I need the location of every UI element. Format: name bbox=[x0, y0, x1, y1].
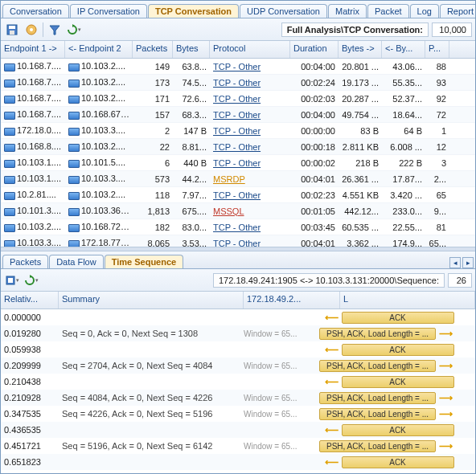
lower-tab-scroll-right[interactable]: ▸ bbox=[462, 257, 474, 268]
seq-row[interactable]: 0.019280Seq = 0, Ack = 0, Next Seq = 130… bbox=[1, 325, 475, 341]
table-row[interactable]: 10.103.3....172.18.77....8,0653.53...TCP… bbox=[1, 235, 475, 247]
table-row[interactable]: 10.101.3....10.103.36....1,813675....MSS… bbox=[1, 203, 475, 219]
export-icon[interactable] bbox=[23, 22, 39, 38]
cell-packets: 2 bbox=[133, 126, 173, 136]
cell-endpoint1: 10.103.1.... bbox=[1, 174, 65, 183]
filter-icon[interactable] bbox=[47, 22, 63, 38]
table-row[interactable]: 10.168.7....10.103.2....14963.8...TCP - … bbox=[1, 59, 475, 75]
table-row[interactable]: 10.168.7....10.103.2....17172.6...TCP - … bbox=[1, 91, 475, 107]
tab-tcp-conversation[interactable]: TCP Conversation bbox=[148, 4, 239, 18]
tab-packet[interactable]: Packet bbox=[367, 4, 409, 18]
cell-pp: 88 bbox=[425, 62, 449, 72]
arrow-left-icon: ⟵ bbox=[322, 376, 342, 387]
lower-tab-time-sequence[interactable]: Time Sequence bbox=[105, 255, 184, 268]
tab-log[interactable]: Log bbox=[410, 4, 439, 18]
tab-conversation[interactable]: Conversation bbox=[2, 4, 69, 18]
tab-ip-conversation[interactable]: IP Conversation bbox=[70, 4, 147, 18]
seq-row[interactable]: 0.436535⟵ACK bbox=[1, 422, 475, 438]
cell-protocol[interactable]: TCP - Other bbox=[210, 158, 290, 168]
lower-refresh-icon[interactable]: ▾ bbox=[23, 272, 39, 288]
table-row[interactable]: 10.168.8....10.103.2....228.81...TCP - O… bbox=[1, 139, 475, 155]
lower-tab-data-flow[interactable]: Data Flow bbox=[49, 255, 104, 268]
seq-row[interactable]: 0.059938⟵ACK bbox=[1, 341, 475, 358]
seq-col-ep[interactable]: 172.18.49.2... bbox=[244, 292, 340, 309]
table-row[interactable]: 172.18.0....10.103.3....2147 BTCP - Othe… bbox=[1, 123, 475, 139]
svg-rect-2 bbox=[10, 31, 14, 35]
arrow-right-icon: ⟶ bbox=[436, 408, 456, 419]
lower-toolbar: ▾ ▾ 172.18.49.241:1905 <-> 10.103.3.131:… bbox=[1, 269, 475, 292]
cell-protocol[interactable]: TCP - Other bbox=[210, 142, 290, 152]
col-packets[interactable]: Packets bbox=[133, 41, 173, 58]
seq-row[interactable]: 0.451721Seq = 5196, Ack = 0, Next Seq = … bbox=[1, 438, 475, 454]
table-row[interactable]: 10.103.1....10.103.3....57344.2...MSRDP0… bbox=[1, 171, 475, 187]
host-icon bbox=[68, 176, 80, 184]
seq-flow: PSH, ACK, Load Length = ...⟶ bbox=[300, 408, 475, 420]
seq-time: 0.059938 bbox=[1, 345, 59, 354]
cell-packets: 6 bbox=[133, 158, 173, 168]
seq-flow: ⟵ACK bbox=[300, 376, 475, 388]
lower-options-icon[interactable]: ▾ bbox=[4, 272, 20, 288]
cell-protocol[interactable]: TCP - Other bbox=[210, 94, 290, 104]
cell-protocol[interactable]: TCP - Other bbox=[210, 78, 290, 88]
seq-row[interactable]: 0.000000⟵ACK bbox=[1, 309, 475, 325]
cell-protocol[interactable]: MSRDP bbox=[210, 174, 290, 184]
cell-protocol[interactable]: TCP - Other bbox=[210, 126, 290, 136]
col-endpoint-1-[interactable]: Endpoint 1 -> bbox=[1, 41, 65, 58]
cell-protocol[interactable]: TCP - Other bbox=[210, 239, 290, 247]
cell-bytes-out: 20.287 ... bbox=[339, 94, 382, 104]
table-row[interactable]: 10.2.81....10.103.2....1187.97...TCP - O… bbox=[1, 187, 475, 203]
flow-badge: PSH, ACK, Load Length = ... bbox=[319, 392, 436, 404]
col-p-[interactable]: P... bbox=[425, 41, 449, 58]
cell-packets: 1,813 bbox=[133, 206, 173, 216]
seq-row[interactable]: 0.209999Seq = 2704, Ack = 0, Next Seq = … bbox=[1, 358, 475, 374]
col--by-[interactable]: <- By... bbox=[382, 41, 425, 58]
seq-row[interactable]: 0.651823⟵ACK bbox=[1, 454, 475, 470]
seq-window: Window = 65... bbox=[244, 362, 300, 370]
col-bytes-[interactable]: Bytes -> bbox=[339, 41, 382, 58]
cell-endpoint2: 10.103.2.... bbox=[65, 61, 133, 71]
refresh-icon[interactable]: ▾ bbox=[66, 22, 82, 38]
cell-protocol[interactable]: MSSQL bbox=[210, 206, 290, 216]
table-row[interactable]: 10.103.2....10.168.72....18283.0...TCP -… bbox=[1, 219, 475, 235]
seq-summary: Seq = 2704, Ack = 0, Next Seq = 4084 bbox=[59, 361, 244, 370]
table-row[interactable]: 10.168.7....10.168.67....15768.3...TCP -… bbox=[1, 107, 475, 123]
seq-row[interactable]: 0.210928Seq = 4084, Ack = 0, Next Seq = … bbox=[1, 390, 475, 406]
cell-protocol[interactable]: TCP - Other bbox=[210, 223, 290, 232]
table-row[interactable]: 10.103.1....10.101.5....6440 BTCP - Othe… bbox=[1, 155, 475, 171]
flow-badge: PSH, ACK, Load Length = ... bbox=[319, 328, 436, 340]
tab-udp-conversation[interactable]: UDP Conversation bbox=[240, 4, 327, 18]
seq-row[interactable]: 0.347535Seq = 4226, Ack = 0, Next Seq = … bbox=[1, 406, 475, 422]
table-row[interactable]: 10.168.7....10.103.2....17374.5...TCP - … bbox=[1, 75, 475, 91]
tab-report[interactable]: Report bbox=[440, 4, 476, 18]
tab-matrix[interactable]: Matrix bbox=[328, 4, 367, 18]
lower-tab-packets[interactable]: Packets bbox=[2, 255, 48, 268]
col-duration[interactable]: Duration bbox=[290, 41, 339, 58]
host-icon bbox=[68, 192, 80, 200]
grid-body[interactable]: 10.168.7....10.103.2....14963.8...TCP - … bbox=[1, 59, 475, 247]
cell-protocol[interactable]: TCP - Other bbox=[210, 110, 290, 120]
seq-col-summary[interactable]: Summary bbox=[59, 292, 244, 309]
host-icon bbox=[4, 96, 15, 104]
cell-packets: 182 bbox=[133, 223, 173, 232]
arrow-left-icon: ⟵ bbox=[322, 424, 342, 435]
host-icon bbox=[68, 144, 80, 152]
arrow-left-icon: ⟵ bbox=[322, 456, 342, 468]
cell-protocol[interactable]: TCP - Other bbox=[210, 190, 290, 200]
seq-flow: ⟵ACK bbox=[300, 456, 475, 468]
cell-protocol[interactable]: TCP - Other bbox=[210, 62, 290, 72]
seq-col-l[interactable]: L bbox=[340, 292, 475, 309]
flow-badge: PSH, ACK, Load Length = ... bbox=[319, 360, 436, 372]
seq-row[interactable]: 0.210438⟵ACK bbox=[1, 374, 475, 390]
arrow-left-icon: ⟵ bbox=[322, 312, 342, 323]
col-protocol[interactable]: Protocol bbox=[210, 41, 290, 58]
save-icon[interactable] bbox=[4, 22, 20, 38]
seq-col-time[interactable]: Relativ... bbox=[1, 292, 59, 309]
col--endpoint-2[interactable]: <- Endpoint 2 bbox=[65, 41, 133, 58]
seq-body[interactable]: 0.000000⟵ACK0.019280Seq = 0, Ack = 0, Ne… bbox=[1, 309, 475, 472]
grid-header: Endpoint 1 -><- Endpoint 2PacketsBytesPr… bbox=[1, 41, 475, 59]
cell-pp: 12 bbox=[425, 142, 449, 152]
lower-tab-scroll-left[interactable]: ◂ bbox=[449, 257, 461, 268]
cell-bytes-in: 233.0... bbox=[382, 206, 425, 216]
col-bytes[interactable]: Bytes bbox=[173, 41, 210, 58]
cell-endpoint2: 10.168.72.... bbox=[65, 222, 133, 231]
